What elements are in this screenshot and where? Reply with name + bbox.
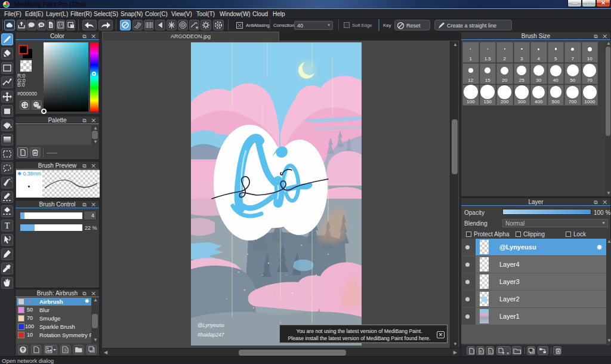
svg-text:S: S	[64, 348, 67, 352]
svg-text:8: 8	[480, 350, 482, 353]
svg-text:1: 1	[489, 350, 491, 353]
svg-text:@Lynyeusu: @Lynyeusu	[198, 322, 224, 328]
svg-text:#haidap247: #haidap247	[198, 332, 224, 338]
svg-text:T: T	[5, 221, 10, 230]
